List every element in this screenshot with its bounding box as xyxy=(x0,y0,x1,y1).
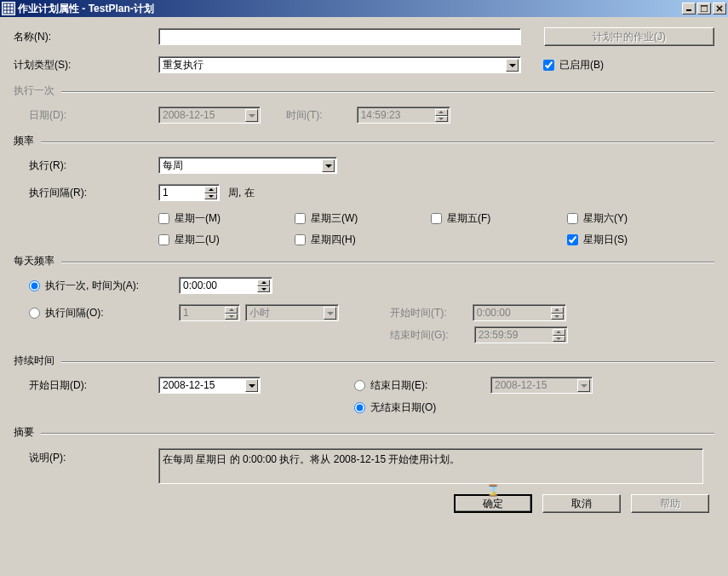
chevron-down-icon xyxy=(245,379,258,392)
duration-group: 持续时间 xyxy=(14,354,714,368)
no-end-date-radio-label[interactable]: 无结束日期(O) xyxy=(354,400,436,415)
onetime-time-label: 时间(T): xyxy=(286,108,323,123)
occurs-select[interactable]: 每周 xyxy=(158,157,337,174)
description-label: 说明(P): xyxy=(29,448,158,465)
enabled-checkbox-label[interactable]: 已启用(B) xyxy=(543,58,604,72)
spinner-icon xyxy=(257,279,270,292)
app-icon xyxy=(2,2,15,15)
start-date-picker[interactable]: 2008-12-15 xyxy=(158,377,261,394)
end-date-radio[interactable] xyxy=(354,380,365,391)
weeks-on-label: 周, 在 xyxy=(228,186,255,200)
frequency-group: 频率 xyxy=(14,134,714,148)
chevron-down-icon xyxy=(506,59,519,72)
spinner-icon xyxy=(225,307,238,320)
onetime-date-label: 日期(D): xyxy=(29,108,158,123)
occurs-label: 执行(R): xyxy=(29,158,158,173)
titlebar: 作业计划属性 - TestPlan-计划 xyxy=(0,0,728,17)
one-time-group: 执行一次 xyxy=(14,84,714,98)
no-end-date-radio[interactable] xyxy=(354,402,365,413)
wednesday-checkbox-label[interactable]: 星期三(W) xyxy=(295,211,431,226)
end-time-picker: 23:59:59 xyxy=(474,326,568,343)
start-time-label: 开始时间(T): xyxy=(390,306,447,320)
spinner-icon xyxy=(551,307,564,320)
chevron-down-icon xyxy=(322,159,335,172)
onetime-time-picker: 14:59:23 xyxy=(357,107,450,124)
spinner-icon xyxy=(553,329,565,342)
window-title: 作业计划属性 - TestPlan-计划 xyxy=(18,2,682,16)
friday-checkbox[interactable] xyxy=(431,213,442,224)
tuesday-checkbox-label[interactable]: 星期二(U) xyxy=(158,233,295,247)
occurs-once-radio-label[interactable]: 执行一次, 时间为(A): xyxy=(29,279,179,293)
end-date-picker: 2008-12-15 xyxy=(490,377,593,394)
chevron-down-icon xyxy=(577,379,590,392)
summary-group: 摘要 xyxy=(14,425,714,440)
daily-frequency-group: 每天频率 xyxy=(14,254,714,268)
cancel-button[interactable]: 取消 xyxy=(542,494,621,513)
occurs-interval-radio[interactable] xyxy=(29,308,40,319)
end-date-radio-label[interactable]: 结束日期(E): xyxy=(354,378,490,393)
schedule-type-label: 计划类型(S): xyxy=(14,58,158,72)
saturday-checkbox-label[interactable]: 星期六(Y) xyxy=(567,211,628,226)
recurs-every-label: 执行间隔(R): xyxy=(29,186,158,200)
sunday-checkbox-label[interactable]: 星期日(S) xyxy=(567,233,628,247)
minimize-button[interactable] xyxy=(682,3,696,14)
occurs-once-radio[interactable] xyxy=(29,280,40,291)
interval-unit-select: 小时 xyxy=(245,304,339,321)
thursday-checkbox-label[interactable]: 星期四(H) xyxy=(295,233,431,247)
close-button[interactable] xyxy=(713,3,726,14)
ok-button[interactable]: 确定 xyxy=(454,494,532,513)
wednesday-checkbox[interactable] xyxy=(295,213,306,224)
chevron-down-icon xyxy=(324,307,336,320)
spinner-icon xyxy=(204,187,217,199)
saturday-checkbox[interactable] xyxy=(567,213,578,224)
chevron-down-icon xyxy=(245,109,258,122)
start-time-picker: 0:00:00 xyxy=(473,304,566,321)
tuesday-checkbox[interactable] xyxy=(158,234,169,245)
schedule-type-select[interactable]: 重复执行 xyxy=(158,56,521,73)
summary-textarea[interactable] xyxy=(158,448,703,484)
help-button[interactable]: 帮助 xyxy=(631,494,709,513)
schedule-type-value: 重复执行 xyxy=(163,58,203,72)
thursday-checkbox[interactable] xyxy=(295,234,306,245)
sunday-checkbox[interactable] xyxy=(567,234,578,245)
once-time-picker[interactable]: 0:00:00 xyxy=(179,277,272,294)
interval-value-spinner: 1 xyxy=(179,304,240,321)
maximize-button[interactable] xyxy=(697,3,711,14)
onetime-date-picker: 2008-12-15 xyxy=(158,107,261,124)
friday-checkbox-label[interactable]: 星期五(F) xyxy=(431,211,567,226)
name-input[interactable] xyxy=(158,28,521,45)
monday-checkbox-label[interactable]: 星期一(M) xyxy=(158,211,295,226)
enabled-checkbox[interactable] xyxy=(543,60,554,71)
name-label: 名称(N): xyxy=(14,30,158,44)
svg-rect-0 xyxy=(3,3,14,14)
end-time-label: 结束时间(G): xyxy=(390,328,449,343)
recurs-every-spinner[interactable]: 1 xyxy=(158,184,220,201)
spinner-icon xyxy=(435,109,448,122)
occurs-interval-radio-label[interactable]: 执行间隔(O): xyxy=(29,306,179,320)
jobs-in-schedule-button[interactable]: 计划中的作业(J) xyxy=(544,27,714,46)
start-date-label: 开始日期(D): xyxy=(29,378,158,393)
monday-checkbox[interactable] xyxy=(158,213,169,224)
